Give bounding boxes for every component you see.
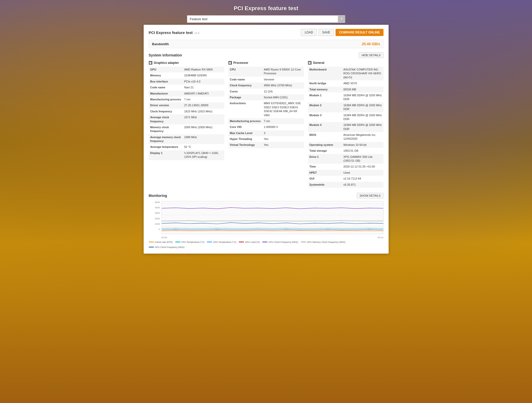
table-row: BIOSAmerican Megatrends Inc. 12/04/2020 bbox=[308, 132, 383, 142]
graphics-panel: ▣ Graphics adapter GPUAMD Radeon RX 6800… bbox=[149, 61, 224, 188]
row-label: GPU bbox=[149, 67, 183, 73]
table-row: CPUAMD Ryzen 9 5900X 12-Core Processor bbox=[228, 67, 304, 77]
row-value: 65536 MB bbox=[342, 87, 383, 92]
legend-label: CPU Temperature (°C) bbox=[181, 241, 204, 243]
chart-svg bbox=[162, 201, 383, 234]
card-title-area: PCI Express feature test v1.0 bbox=[149, 30, 200, 35]
table-row: Average clock frequency1571 MHz bbox=[149, 114, 224, 124]
legend-item: Frame rate (FPS) bbox=[149, 241, 173, 243]
row-label: Module 4 bbox=[308, 122, 342, 132]
save-button[interactable]: SAVE bbox=[318, 29, 334, 36]
graphics-table: GPUAMD Radeon RX 6800Memory16384MB GDDR6… bbox=[149, 67, 224, 160]
chart-area: 4500 4000 3000 2000 1500 0 bbox=[149, 201, 383, 234]
row-label: GUI bbox=[308, 176, 342, 182]
row-label: Average memory clock frequency bbox=[149, 134, 183, 144]
legend-color bbox=[301, 242, 306, 242]
row-value: Socket AM4 (1331) bbox=[262, 94, 304, 100]
row-value: 1989 MHz bbox=[183, 134, 224, 144]
table-row: Hyper ThreadingYes bbox=[228, 136, 304, 142]
table-row: Driver version27.20.14501.28009 bbox=[149, 102, 224, 108]
show-details-button[interactable]: SHOW DETAILS bbox=[357, 193, 383, 198]
table-row: PackageSocket AM4 (1331) bbox=[228, 94, 304, 100]
card-title: PCI Express feature test bbox=[149, 30, 193, 35]
row-value: Navi 21 bbox=[183, 85, 224, 90]
table-row: Clock frequency4956 MHz (3700 MHz) bbox=[228, 82, 304, 88]
table-row: Max Cache Level3 bbox=[228, 130, 304, 136]
info-grid: ▣ Graphics adapter GPUAMD Radeon RX 6800… bbox=[149, 61, 383, 188]
row-label: Cores bbox=[228, 89, 262, 94]
row-label: Display 1 bbox=[149, 150, 183, 160]
row-label: North bridge bbox=[308, 80, 342, 86]
processor-table: CPUAMD Ryzen 9 5900X 12-Core ProcessorCo… bbox=[228, 67, 304, 148]
legend-color bbox=[149, 242, 154, 242]
chart-container bbox=[162, 201, 383, 234]
row-value: 2020-12-12 01:35 +01:00 bbox=[342, 164, 383, 170]
table-row: Memory clock frequency2000 MHz (2000 MHz… bbox=[149, 124, 224, 134]
row-value: 4956 MHz (3700 MHz) bbox=[262, 82, 304, 88]
row-label: Instructions bbox=[228, 100, 262, 118]
row-label: Package bbox=[228, 94, 262, 100]
table-row: ManufacturerAMD/ATI / AMD/ATI bbox=[149, 91, 224, 97]
row-label: Module 2 bbox=[308, 102, 342, 112]
row-value: 1815 MHz (1815 MHz) bbox=[183, 109, 224, 114]
row-value: 3 bbox=[262, 130, 304, 136]
legend-color bbox=[239, 242, 244, 242]
row-label: Core VID bbox=[228, 124, 262, 130]
table-row: MotherboardASUSTeK COMPUTER INC. ROG CRO… bbox=[308, 67, 383, 80]
bandwidth-value: 25.46 GB/s bbox=[362, 42, 380, 46]
row-value: Yes bbox=[262, 142, 304, 148]
table-row: Total storage1953.51 GB bbox=[308, 148, 383, 154]
card-header: PCI Express feature test v1.0 LOAD SAVE … bbox=[149, 29, 383, 36]
row-label: Drive 1 bbox=[308, 154, 342, 164]
table-row: Code nameNavi 21 bbox=[149, 85, 224, 90]
y-label-1500: 1500 bbox=[155, 223, 160, 225]
compare-button[interactable]: COMPARE RESULT ONLINE bbox=[336, 29, 383, 36]
chart-legend: Frame rate (FPS)CPU Temperature (°C)GPU … bbox=[149, 241, 383, 248]
row-label: Time bbox=[308, 164, 342, 170]
row-value: 16384 MB DDR4 @ 3200 MHz DDR bbox=[342, 112, 383, 122]
legend-label: Frame rate (FPS) bbox=[155, 241, 173, 243]
x-label-start: 00:00 bbox=[162, 236, 167, 239]
legend-label: GPU Memory Clock Frequency (MHz) bbox=[307, 241, 346, 243]
tab-input[interactable] bbox=[187, 15, 338, 23]
legend-label: GPU Temperature (°C) bbox=[213, 241, 236, 243]
row-label: Total storage bbox=[308, 148, 342, 154]
row-value: MMX EXTENDED_MMX SSE SSE2 SSE3 SSSE3 SSE… bbox=[262, 100, 304, 118]
row-label: BIOS bbox=[308, 132, 342, 142]
table-row: Cores12 (24) bbox=[228, 89, 304, 94]
row-value: 16384 MB DDR4 @ 3200 MHz DDR bbox=[342, 122, 383, 132]
row-value: AMD Ryzen 9 5900X 12-Core Processor bbox=[262, 67, 304, 77]
row-value: \\.\DISPLAY1 (3840 × 2160, 125% DPI scal… bbox=[183, 150, 224, 160]
table-row: GPUAMD Radeon RX 6800 bbox=[149, 67, 224, 73]
row-value: 1.000000 V bbox=[262, 124, 304, 130]
processor-icon: ▣ bbox=[228, 61, 232, 65]
legend-color bbox=[175, 242, 180, 242]
row-label: Average temperature bbox=[149, 144, 183, 150]
y-label-0: 0 bbox=[158, 228, 160, 231]
main-card: PCI Express feature test v1.0 LOAD SAVE … bbox=[144, 25, 389, 254]
table-row: Manufacturing process7 nm bbox=[149, 97, 224, 102]
row-value: Used bbox=[342, 170, 383, 176]
row-label: Memory bbox=[149, 73, 183, 78]
table-row: Drive 1XPG GAMMIX S50 Lite (1953.51 GB) bbox=[308, 154, 383, 164]
load-button[interactable]: LOAD bbox=[301, 29, 317, 36]
row-value: v5.35.871 bbox=[342, 182, 383, 188]
row-value: AMD X570 bbox=[342, 80, 383, 86]
row-value: 27.20.14501.28009 bbox=[183, 102, 224, 108]
row-label: Operating system bbox=[308, 142, 342, 148]
help-button[interactable]: ? bbox=[338, 16, 345, 22]
general-icon: ▣ bbox=[308, 61, 312, 65]
tab-bar: ? bbox=[187, 15, 345, 23]
legend-color bbox=[207, 242, 212, 242]
monitoring-section: Monitoring SHOW DETAILS 4500 4000 3000 2… bbox=[149, 193, 383, 248]
table-row: Module 116384 MB DDR4 @ 3200 MHz DDR bbox=[308, 92, 383, 102]
row-label: Total memory bbox=[308, 87, 342, 92]
row-value: 1571 MHz bbox=[183, 114, 224, 124]
row-label: Virtual Technology bbox=[228, 142, 262, 148]
row-label: Clock frequency bbox=[228, 82, 262, 88]
legend-color bbox=[262, 242, 267, 242]
row-value: AMD/ATI / AMD/ATI bbox=[183, 91, 224, 97]
hide-details-button[interactable]: HIDE DETAILS bbox=[359, 52, 383, 58]
table-row: InstructionsMMX EXTENDED_MMX SSE SSE2 SS… bbox=[228, 100, 304, 118]
row-label: Clock frequency bbox=[149, 109, 183, 114]
